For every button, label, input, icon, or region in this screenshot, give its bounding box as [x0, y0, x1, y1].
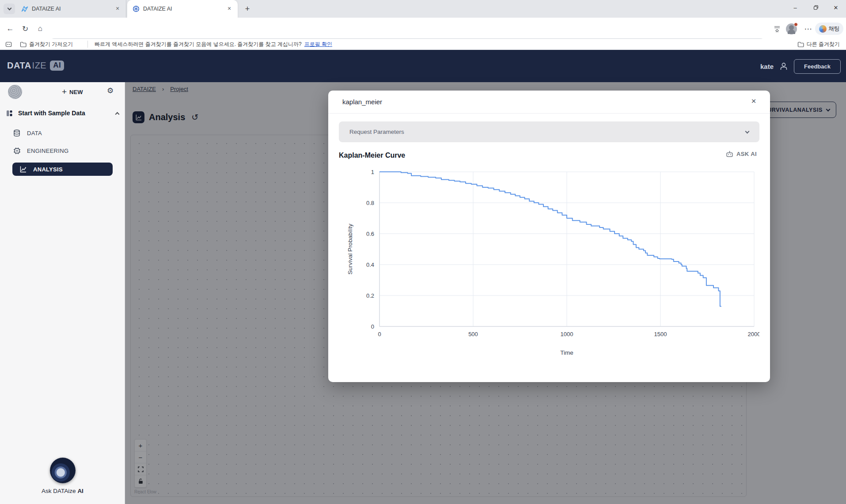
- avatar-notification-dot: [794, 23, 798, 27]
- new-tab-button[interactable]: +: [242, 4, 253, 15]
- svg-text:500: 500: [468, 331, 478, 337]
- survival-curve-svg: 00.20.40.60.810500100015002000TimeSurviv…: [339, 164, 759, 371]
- chat-label: 채팅: [829, 25, 840, 33]
- gear-icon[interactable]: ⚙: [107, 86, 114, 95]
- robot-icon: [726, 151, 733, 157]
- ask-dataize-label: Ask DATAize AI: [0, 488, 125, 494]
- sidebar: + NEW ⚙ Start with Sample Data DATA ENGI…: [0, 82, 125, 504]
- sidebar-section-sample-data[interactable]: Start with Sample Data: [6, 107, 119, 119]
- window-close-button[interactable]: ✕: [826, 0, 846, 15]
- browser-tab-2-active[interactable]: DATAIZE AI ×: [127, 0, 238, 18]
- app-body: + NEW ⚙ Start with Sample Data DATA ENGI…: [0, 82, 846, 504]
- avatar-body: [788, 30, 795, 34]
- kaplan-meier-chart: 00.20.40.60.810500100015002000TimeSurviv…: [339, 164, 759, 371]
- y-axis-label: Survival Probability: [347, 224, 353, 274]
- home-button[interactable]: ⌂: [34, 23, 46, 34]
- request-parameters-accordion[interactable]: Request Parameters: [339, 121, 759, 142]
- reading-list-icon[interactable]: [5, 39, 12, 49]
- x-axis-label: Time: [560, 349, 573, 356]
- svg-text:1: 1: [371, 169, 374, 175]
- copilot-chat-button[interactable]: 채팅: [815, 23, 843, 35]
- other-favorites-label: 다른 즐겨찾기: [807, 41, 840, 48]
- chart-title: Kaplan-Meier Curve: [339, 152, 405, 159]
- person-icon[interactable]: [779, 61, 789, 71]
- username: kate: [760, 63, 774, 70]
- folder-icon: [797, 42, 804, 47]
- tab-close-icon[interactable]: ×: [225, 5, 233, 13]
- svg-text:1500: 1500: [654, 331, 667, 337]
- svg-text:0.8: 0.8: [366, 200, 374, 206]
- divider: [87, 41, 88, 48]
- browser-tab-strip: DATAIZE AI × DATAIZE AI × + – ✕: [0, 0, 846, 18]
- svg-text:0: 0: [378, 331, 381, 337]
- modal-title: kaplan_meier: [342, 98, 382, 106]
- close-icon[interactable]: ×: [748, 96, 759, 108]
- maximize-icon: [813, 5, 818, 10]
- tab-title: DATAIZE AI: [143, 6, 225, 12]
- chip-icon: [12, 147, 21, 155]
- chevron-up-icon: [115, 112, 120, 116]
- chart-icon: [19, 166, 27, 173]
- folder-icon: [20, 42, 27, 47]
- app-header: DATA IZE AI kate Feedback: [0, 50, 846, 82]
- import-favorites-button[interactable]: 즐겨찾기 가져오기: [20, 39, 73, 49]
- sidebar-item-engineering[interactable]: ENGINEERING: [12, 144, 113, 157]
- window-maximize-button[interactable]: [805, 0, 826, 15]
- browser-tab-1[interactable]: DATAIZE AI ×: [16, 0, 126, 18]
- svg-text:2000: 2000: [748, 331, 759, 337]
- ai-badge: AI: [50, 61, 64, 71]
- main-area: DATAIZE › Project Analysis ↺ ↺ SURVIVALA…: [125, 82, 846, 504]
- ask-ai-button[interactable]: ASK AI: [726, 151, 757, 157]
- bookmarks-notice: 빠르게 액세스하려면 즐겨찾기를 즐겨찾기 모음에 넣으세요. 즐겨찾기를 찾고…: [95, 39, 332, 49]
- sidebar-item-analysis[interactable]: ANALYSIS: [12, 163, 113, 176]
- database-icon: [12, 129, 21, 137]
- sidebar-item-data[interactable]: DATA: [12, 126, 113, 140]
- feedback-button[interactable]: Feedback: [794, 59, 841, 74]
- back-button[interactable]: ←: [4, 23, 16, 34]
- tab-search-button[interactable]: [4, 4, 15, 14]
- modal-header: kaplan_meier ×: [328, 91, 770, 114]
- plus-icon: +: [62, 87, 67, 97]
- browser-profile-avatar[interactable]: [786, 23, 797, 34]
- svg-text:0.4: 0.4: [366, 261, 374, 268]
- dataize-bird-favicon: [21, 5, 28, 12]
- new-button[interactable]: + NEW: [62, 87, 83, 97]
- chevron-down-icon: [745, 129, 750, 133]
- bookmarks-bar: 즐겨찾기 가져오기 빠르게 액세스하려면 즐겨찾기를 즐겨찾기 모음에 넣으세요…: [0, 39, 846, 50]
- browser-toolbar: ← ↻ ⌂ https://dataize.io/analytics/proje…: [0, 18, 846, 39]
- sample-data-icon: [6, 110, 13, 117]
- tab-close-icon[interactable]: ×: [114, 5, 121, 13]
- workspace-avatar[interactable]: [8, 85, 22, 99]
- dataize-node-favicon: [133, 5, 140, 12]
- refresh-button[interactable]: ↻: [19, 23, 31, 34]
- profile-check-link[interactable]: 프로필 확인: [304, 41, 332, 48]
- ask-dataize-fab[interactable]: [50, 458, 76, 483]
- svg-text:0.6: 0.6: [366, 231, 374, 237]
- svg-text:1000: 1000: [561, 331, 573, 337]
- chevron-down-icon: [7, 6, 11, 11]
- import-favorites-label: 즐겨찾기 가져오기: [29, 41, 73, 48]
- svg-text:0: 0: [371, 323, 374, 330]
- copilot-icon: [819, 25, 827, 33]
- tab-title: DATAIZE AI: [32, 6, 114, 12]
- collections-icon[interactable]: [771, 23, 783, 34]
- other-favorites-button[interactable]: 다른 즐겨찾기: [797, 39, 840, 49]
- browser-menu-icon[interactable]: ⋯: [802, 23, 814, 34]
- kaplan-meier-modal: kaplan_meier × Request Parameters Kaplan…: [328, 91, 770, 382]
- svg-text:0.2: 0.2: [366, 292, 374, 299]
- dataize-logo[interactable]: DATA IZE AI: [7, 61, 64, 71]
- window-minimize-button[interactable]: –: [785, 0, 805, 15]
